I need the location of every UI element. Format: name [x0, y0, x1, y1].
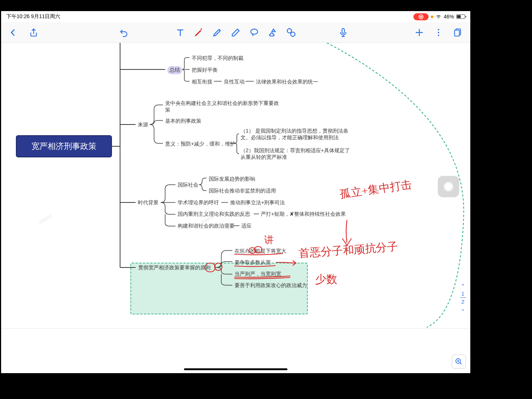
node[interactable]: 构建和谐社会的政治需要 [178, 223, 235, 229]
page-total: 2 [461, 299, 464, 305]
svg-point-4 [438, 32, 439, 33]
pages-button[interactable] [453, 27, 463, 38]
node[interactable]: 基本的刑事政策 [165, 118, 201, 125]
node[interactable]: 推动刑事立法+刑事司法 [230, 200, 285, 206]
screen-record-indicator[interactable] [413, 13, 429, 20]
home-indicator[interactable] [184, 368, 287, 370]
note-canvas[interactable]: XMind XMind 宽严相济刑事政策 总结 不同犯罪，不同的制裁 把握好平衡… [1, 43, 470, 373]
status-time-date: 下午10:26 9月11日周六 [6, 13, 60, 20]
handwriting-2: 首恶分子和顽抗分子 [298, 240, 399, 259]
text-tool[interactable] [175, 27, 185, 38]
svg-point-5 [438, 34, 439, 36]
node[interactable]: 国内重刑主义理论和实践的反思 [178, 211, 250, 218]
node-era[interactable]: 时代背景 [138, 200, 158, 206]
battery-icon [456, 14, 465, 19]
node[interactable]: （2）我国刑法规定：罪责刑相适应+具体规定了从重从轻的宽严标准 [241, 147, 351, 161]
node[interactable]: 法律效果和社会效果的统一 [256, 79, 318, 85]
node-summary[interactable]: 总结 [167, 66, 182, 74]
connectors-overlay: 孤立+集中打击 首恶分子和顽抗分子 少数 讲 [1, 43, 470, 373]
node[interactable]: 国际社会 [178, 182, 198, 188]
node[interactable]: 学术理论界的呼吁 [178, 200, 219, 206]
page-separator [1, 328, 470, 329]
mindmap-root[interactable]: 宽严相济刑事政策 [16, 135, 112, 157]
ios-status-bar: 下午10:26 9月11日周六 46% [1, 11, 470, 22]
svg-rect-7 [454, 30, 459, 36]
assistive-touch[interactable] [438, 176, 459, 197]
node[interactable]: 适应 [241, 223, 252, 229]
zoom-button[interactable] [452, 355, 466, 369]
node[interactable]: 把握好平衡 [192, 67, 218, 74]
node-principles[interactable]: 贯彻宽严相济政策要掌握的原则 [138, 265, 211, 271]
shape-tool[interactable] [267, 27, 278, 38]
node[interactable]: 良性互动 [224, 79, 245, 85]
node[interactable]: 当严则严，当宽则宽 [235, 271, 281, 277]
highlighter-tool[interactable] [212, 27, 222, 38]
handwriting-4: 讲 [264, 235, 274, 245]
svg-point-0 [251, 29, 258, 34]
mic-button[interactable] [338, 27, 348, 38]
node[interactable]: 党中央在构建社会主义和谐社会的新形势下重要政策 [165, 100, 280, 113]
node[interactable]: 国际社会推动非监禁刑的适用 [209, 188, 276, 194]
node[interactable]: 意义：预防+减少，缓和，维护 [165, 141, 235, 147]
wifi-icon [436, 13, 441, 20]
node[interactable]: 要善于利用政策攻心的政治威力 [235, 282, 307, 289]
svg-point-2 [291, 32, 295, 36]
chevron-down-icon[interactable]: ⌄ [461, 306, 466, 312]
node[interactable]: 在惩办的前提下将宽大 [235, 248, 286, 255]
drawing-tools [175, 27, 296, 38]
chevron-up-icon[interactable]: ⌃ [461, 283, 466, 290]
node[interactable]: 严打+短期，✘整体和持续性社会效果 [261, 211, 346, 218]
node[interactable]: 国际发展趋势的影响 [209, 176, 255, 183]
ruler-tool[interactable] [286, 27, 296, 38]
pen-tool[interactable] [194, 27, 204, 38]
handwriting-1: 孤立+集中打击 [339, 178, 413, 200]
lasso-tool[interactable] [249, 27, 259, 38]
page-current: 1 [461, 290, 464, 297]
node-source[interactable]: 来源 [138, 122, 148, 128]
undo-button[interactable] [119, 27, 129, 38]
back-button[interactable] [8, 27, 18, 38]
node[interactable]: （1） 是我国制定刑法的指导思想，贯彻刑法条文。必须以指导，才能正确理解和使用刑… [241, 128, 351, 141]
share-button[interactable] [28, 27, 39, 38]
battery-percent: 46% [444, 14, 454, 20]
handwriting-3: 少数 [315, 273, 337, 285]
svg-point-3 [438, 29, 439, 30]
mic-in-use-dot [431, 16, 433, 18]
node[interactable]: 要争取多数从宽 [235, 259, 271, 266]
more-button[interactable] [433, 27, 444, 38]
eraser-tool[interactable] [231, 27, 241, 38]
app-toolbar [1, 22, 470, 43]
letterbox-right [470, 0, 532, 399]
app-window: 下午10:26 9月11日周六 46% [1, 11, 470, 373]
node[interactable]: 相互衔接 [192, 79, 212, 85]
add-button[interactable] [414, 27, 424, 38]
svg-point-1 [287, 28, 292, 33]
node[interactable]: 不同犯罪，不同的制裁 [192, 55, 243, 62]
root-label: 宽严相济刑事政策 [31, 141, 96, 152]
page-indicator[interactable]: ⌃ 1 2 ⌄ [460, 283, 466, 312]
